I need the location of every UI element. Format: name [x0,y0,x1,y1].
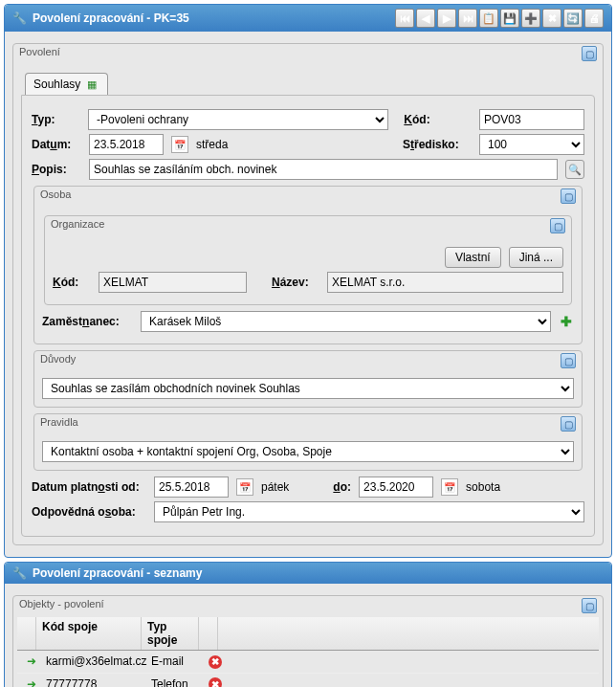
kod-input[interactable] [479,109,584,130]
platnost-od-day: pátek [261,480,289,494]
panel-main-title: Povolení zpracování - PK=35 [33,11,395,25]
calendar-icon[interactable]: 📅 [236,478,253,496]
col-typ-spoje[interactable]: Typ spoje [142,617,199,650]
table-row[interactable]: ➜ 77777778 Telefon ✖ [17,674,599,688]
expand-icon[interactable]: ▢ [561,188,576,204]
zam-select[interactable]: Karásek Miloš [141,311,551,332]
objekty-table: Kód spoje Typ spoje ➜ karmi@x36elmat.cz … [17,617,599,687]
panel-main-header: 🔧 Povolení zpracování - PK=35 ⏮ ◀ ▶ ⏭ 📋 … [5,5,611,32]
stredisko-label: Středisko: [403,138,472,151]
typ-select[interactable]: -Povoleni ochrany [88,109,388,130]
plus-icon[interactable]: ✚ [559,314,574,329]
platnost-do-label: do: [333,480,351,494]
panel-lists: 🔧 Povolení zpracování - seznamy Objekty … [4,562,612,687]
table-row[interactable]: ➜ karmi@x36elmat.cz E-mail ✖ [17,651,599,674]
panel-main: 🔧 Povolení zpracování - PK=35 ⏮ ◀ ▶ ⏭ 📋 … [4,4,612,558]
panel-main-body: Povolení ▢ Souhlasy ▦ Typ: -Povoleni och… [5,32,611,557]
delete-row-icon[interactable]: ✖ [209,655,222,669]
print-button[interactable]: 🖨 [584,9,604,28]
row-popis: Popis: 🔍 [32,159,584,180]
row-typ: Typ: -Povoleni ochrany Kód: [32,109,584,130]
add-button[interactable]: ➕ [521,9,540,28]
datum-label: Datum: [32,138,81,151]
section-org-title: Organizace [51,218,104,233]
zam-label: Zaměstnanec: [42,315,133,328]
org-nazev-input[interactable] [327,272,563,293]
delete-button[interactable]: ✖ [542,9,561,28]
tab-souhlasy-label: Souhlasy [33,78,80,91]
vlastni-button[interactable]: Vlastní [445,247,501,268]
platnost-do-day: sobota [466,480,500,494]
expand-icon[interactable]: ▢ [561,353,576,368]
expand-icon[interactable]: ▢ [582,46,597,61]
jina-button[interactable]: Jiná ... [509,247,563,268]
section-pravidla: Pravidla ▢ Kontaktní osoba + kontaktní s… [33,413,583,471]
section-osoba-title: Osoba [40,188,71,204]
toolbar: ⏮ ◀ ▶ ⏭ 📋 💾 ➕ ✖ 🔄 🖨 [395,9,604,28]
search-icon[interactable]: 🔍 [565,160,584,179]
datum-day: středa [196,138,228,151]
row-datum: Datum: 📅 středa Středisko: 100 [32,134,584,155]
expand-icon[interactable]: ▢ [561,416,576,432]
calendar-icon[interactable]: 📅 [171,136,188,153]
section-duvody-title: Důvody [40,353,76,368]
section-osoba: Osoba ▢ Organizace ▢ [33,186,583,344]
section-povoleni-title: Povolení [19,46,60,61]
tab-icon: ▦ [84,77,99,92]
duvody-select[interactable]: Souhlas se zasílám obchodních novinek So… [42,378,574,399]
row-arrow-icon: ➜ [27,654,36,668]
panel-lists-title: Povolení zpracování - seznamy [33,566,604,580]
datum-input[interactable] [89,134,164,155]
section-objekty: Objekty - povolení ▢ Kód spoje Typ spoje… [12,595,604,687]
pravidla-select[interactable]: Kontaktní osoba + kontaktní spojení Org,… [42,441,574,462]
nav-prev-button[interactable]: ◀ [416,9,435,28]
org-nazev-label: Název: [272,276,319,289]
popis-label: Popis: [32,163,81,176]
wrench-icon: 🔧 [12,11,27,25]
popis-input[interactable] [89,159,558,180]
section-povoleni: Povolení ▢ Souhlasy ▦ Typ: -Povoleni och… [12,43,604,545]
refresh-button[interactable]: 🔄 [563,9,583,28]
platnost-od-input[interactable] [154,476,229,498]
save-button[interactable]: 💾 [500,9,519,28]
odp-select[interactable]: Půlpán Petr Ing. [154,501,584,522]
platnost-do-input[interactable] [359,476,433,498]
delete-row-icon[interactable]: ✖ [209,677,222,687]
tab-strip: Souhlasy ▦ [21,71,595,95]
wrench-icon: 🔧 [12,566,27,580]
kod-label: Kód: [404,113,472,126]
panel-lists-header: 🔧 Povolení zpracování - seznamy [5,563,611,584]
tab-souhlasy[interactable]: Souhlasy ▦ [25,73,108,95]
nav-last-button[interactable]: ⏭ [458,9,477,28]
row-arrow-icon: ➜ [27,677,36,687]
copy-button[interactable]: 📋 [479,9,498,28]
calendar-icon[interactable]: 📅 [441,478,458,496]
nav-first-button[interactable]: ⏮ [395,9,414,28]
org-kod-label: Kód: [53,276,91,289]
section-duvody: Důvody ▢ Souhlas se zasílám obchodních n… [33,350,583,408]
platnost-od-label: Datum platnosti od: [32,480,146,494]
expand-icon[interactable]: ▢ [582,598,597,613]
section-objekty-title: Objekty - povolení [19,598,104,613]
section-organizace: Organizace ▢ Vlastní Jiná ... K [44,215,572,305]
nav-next-button[interactable]: ▶ [437,9,456,28]
expand-icon[interactable]: ▢ [550,218,565,233]
section-pravidla-title: Pravidla [40,416,78,432]
org-kod-input[interactable] [99,272,247,293]
col-kod-spoje[interactable]: Kód spoje [36,617,142,650]
stredisko-select[interactable]: 100 [479,134,584,155]
typ-label: Typ: [32,113,80,126]
odp-label: Odpovědná osoba: [32,505,146,519]
